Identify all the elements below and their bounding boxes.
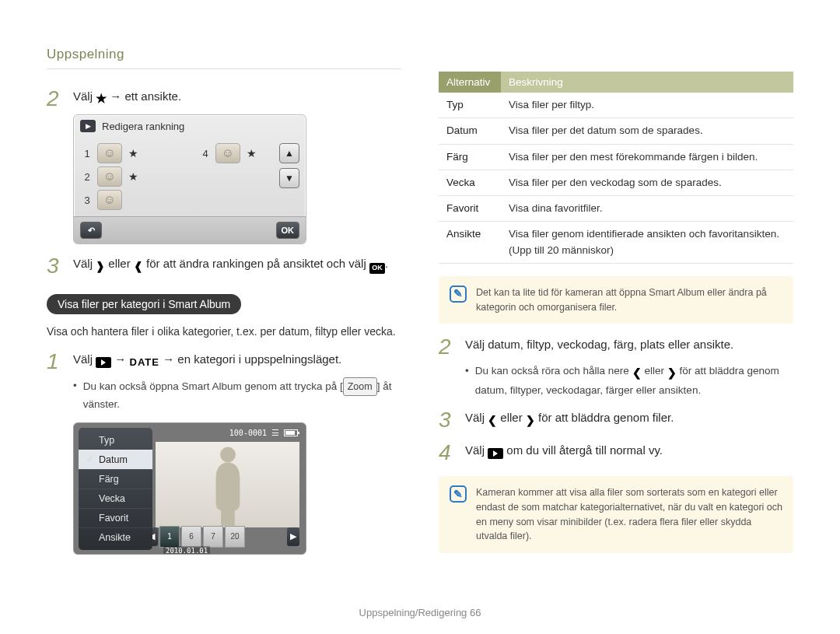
face-thumb: ☺ [97, 143, 122, 163]
col-alternative: Alternativ [439, 72, 501, 93]
step-3-right: 3 Välj ❮ eller ❯ för att bläddra genom f… [439, 409, 793, 431]
step-number: 1 [47, 351, 64, 373]
thumb[interactable]: 7 [203, 526, 223, 548]
chevron-left-icon: ❮ [632, 364, 642, 381]
step-number: 3 [439, 409, 456, 431]
rank-row[interactable]: 1 ☺ ★ [83, 143, 178, 163]
ok-button[interactable]: OK [276, 222, 300, 239]
category-item-farg[interactable]: Färg [79, 469, 152, 489]
category-item-typ[interactable]: Typ [79, 431, 152, 450]
category-item-datum[interactable]: ✔Datum [79, 450, 152, 469]
ranking-rows: 1 ☺ ★ 2 ☺ ★ 3 ☺ [74, 137, 306, 216]
step-2-left: 2 Välj ★ → ett ansikte. [47, 88, 401, 110]
table-row: AnsikteVisa filer genom identifierade an… [439, 222, 793, 264]
text: Välj [465, 411, 488, 424]
category-item-favorit[interactable]: Favorit [79, 508, 152, 527]
step-body: Välj → DATE → en kategori i uppspelnings… [73, 351, 401, 370]
note-text: Det kan ta lite tid för kameran att öppn… [476, 285, 782, 315]
text: → ett ansikte. [110, 89, 181, 103]
table-row: DatumVisa filer per det datum som de spa… [439, 118, 793, 144]
panel-title: Redigera rankning [102, 121, 184, 132]
rank-number: 2 [83, 171, 91, 183]
star-icon: ★ [128, 170, 138, 183]
text: eller [500, 411, 526, 424]
info-icon: ✎ [450, 285, 467, 303]
note-text: Kameran kommer att visa alla filer som s… [476, 485, 782, 544]
chevron-up-icon: ❱ [96, 258, 105, 275]
paragraph: Visa och hantera filer i olika kategorie… [47, 324, 401, 340]
text: Du kan också röra och hålla nere [475, 365, 632, 377]
chevron-down-icon: ❰ [134, 258, 143, 275]
rank-number: 4 [201, 148, 209, 159]
ranking-panel: ▶ Redigera rankning 1 ☺ ★ 2 ☺ ★ [73, 114, 306, 244]
rank-number: 3 [83, 194, 91, 206]
info-note: ✎ Det kan ta lite tid för kameran att öp… [439, 276, 793, 324]
text: Välj [465, 443, 488, 457]
table-row: VeckaVisa filer per den veckodag som de … [439, 170, 793, 195]
rank-number: 1 [83, 148, 91, 159]
down-button[interactable]: ▼ [279, 168, 299, 188]
panel-footer: ↶ OK [74, 216, 306, 243]
counter: 100-0001 [229, 429, 267, 437]
step-2-right: 2 Välj datum, filtyp, veckodag, färg, pl… [439, 336, 793, 358]
strip-right-button[interactable]: ▶ [287, 527, 299, 546]
step-body: Välj ❱ eller ❰ för att ändra rankingen p… [73, 255, 401, 275]
rank-row[interactable]: 3 ☺ [83, 190, 178, 210]
play-icon: ▶ [80, 120, 96, 132]
category-item-ansikte[interactable]: Ansikte [79, 527, 152, 547]
play-icon [488, 448, 503, 459]
step-body: Välj datum, filtyp, veckodag, färg, plat… [465, 336, 793, 354]
photo-preview [156, 442, 299, 527]
chevron-right-icon: ❯ [667, 364, 677, 381]
text: för att ändra rankingen på ansiktet och … [146, 257, 369, 270]
play-icon [96, 357, 111, 368]
step-number: 2 [47, 88, 64, 110]
text: Välj [73, 352, 96, 366]
right-column: Alternativ Beskrivning TypVisa filer per… [439, 47, 793, 566]
text: Välj [73, 257, 96, 270]
zoom-key: Zoom [343, 377, 377, 396]
thumb[interactable]: 6 [181, 526, 201, 548]
star-icon: ★ [247, 147, 257, 159]
bullet: Du kan också öppna Smart Album genom att… [73, 377, 401, 413]
step-1-left-b: 1 Välj → DATE → en kategori i uppspelnin… [47, 351, 401, 373]
battery-icon [284, 429, 298, 436]
date-label: 2010.01.01 [163, 546, 210, 555]
chevron-right-icon: ❯ [526, 412, 535, 429]
text: → [114, 352, 129, 366]
text: Välj [73, 89, 96, 103]
text: för att bläddra genom filer. [538, 411, 674, 424]
face-thumb: ☺ [97, 190, 122, 210]
step-3-left: 3 Välj ❱ eller ❰ för att ändra rankingen… [47, 255, 401, 277]
step-number: 4 [439, 442, 456, 464]
thumb[interactable]: 1 [159, 526, 180, 548]
up-button[interactable]: ▲ [279, 143, 299, 163]
divider [47, 68, 401, 69]
table-row: FavoritVisa dina favoritfiler. [439, 196, 793, 222]
date-icon: DATE [130, 355, 159, 370]
face-thumb: ☺ [215, 143, 240, 163]
page: Uppspelning 2 Välj ★ → ett ansikte. ▶ Re… [0, 0, 840, 589]
person-silhouette-icon [205, 442, 251, 527]
panel-header: ▶ Redigera rankning [74, 115, 306, 137]
step-body: Välj ★ → ett ansikte. [73, 88, 401, 108]
options-table: Alternativ Beskrivning TypVisa filer per… [439, 72, 793, 264]
info-icon: ✎ [450, 485, 467, 503]
star-icon: ★ [96, 89, 107, 108]
text: Du kan också öppna Smart Album genom att… [83, 380, 340, 392]
ok-icon: OK [369, 263, 385, 274]
text: eller [644, 365, 667, 377]
subsection-badge: Visa filer per kategori i Smart Album [47, 294, 241, 314]
step-number: 2 [439, 336, 456, 358]
table-row: TypVisa filer per filtyp. [439, 93, 793, 118]
back-button[interactable]: ↶ [80, 222, 102, 239]
step-body: Välj ❮ eller ❯ för att bläddra genom fil… [465, 409, 793, 429]
category-list: Typ ✔Datum Färg Vecka Favorit Ansikte [79, 428, 152, 550]
rank-row[interactable]: 2 ☺ ★ [83, 166, 178, 187]
thumb[interactable]: 20 [225, 526, 245, 548]
chevron-left-icon: ❮ [488, 412, 497, 429]
category-item-vecka[interactable]: Vecka [79, 489, 152, 508]
step-4-right: 4 Välj om du vill återgå till normal vy. [439, 442, 793, 464]
category-screen: 100-0001 ☰ Typ ✔Datum Färg Vecka Favorit… [73, 422, 306, 555]
text: eller [108, 257, 134, 270]
